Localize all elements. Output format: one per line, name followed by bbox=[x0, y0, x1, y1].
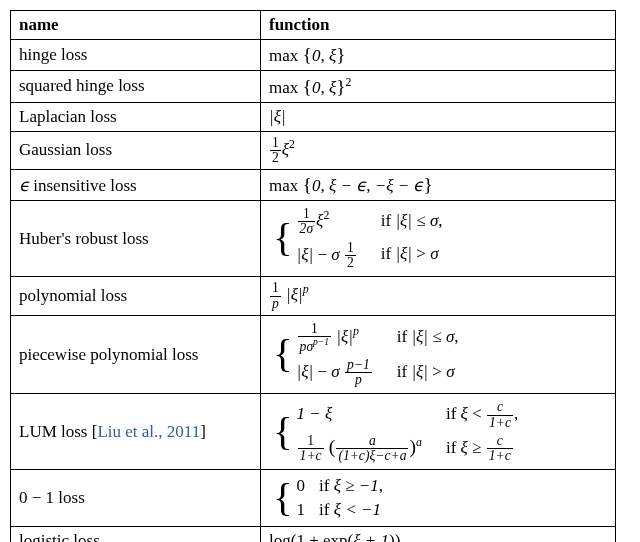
if: if bbox=[319, 476, 329, 495]
log: log bbox=[269, 531, 291, 542]
if: if bbox=[397, 362, 407, 381]
table-row: LUM loss [Liu et al., 2011] { 1 − ξ if ξ… bbox=[11, 394, 616, 470]
case-cond: if |ξ| > σ bbox=[379, 356, 465, 390]
case-cond: if |ξ| > σ bbox=[363, 239, 449, 273]
sigma: σ bbox=[446, 362, 454, 381]
brace-icon: { bbox=[273, 205, 297, 272]
table-row: Laplacian loss |ξ| bbox=[11, 102, 616, 131]
fn-text: max bbox=[269, 78, 298, 97]
one-plus: 1 + bbox=[296, 531, 323, 542]
if: if bbox=[381, 211, 391, 230]
case-cond: if ξ ≥ c1+c bbox=[428, 432, 524, 466]
abs-xi: |ξ| bbox=[411, 327, 428, 346]
abs-xi: |ξ| bbox=[395, 244, 412, 263]
frac-num: 1 bbox=[270, 281, 281, 296]
loss-function: log(1 + exp(ξ + 1)) bbox=[261, 527, 616, 542]
table-row: piecewise polynomial loss { 1 pσp−1 |ξ bbox=[11, 315, 616, 394]
table-header-row: name function bbox=[11, 11, 616, 40]
frac: 1 1+c bbox=[298, 434, 324, 464]
frac-num: a bbox=[336, 434, 408, 449]
xi: ξ bbox=[282, 139, 289, 158]
case-expr: 0 bbox=[297, 474, 312, 498]
brace-icon: { bbox=[273, 398, 297, 465]
frac-num: 1 bbox=[298, 322, 331, 337]
loss-functions-table: name function hinge loss max {0, ξ} squa… bbox=[10, 10, 616, 542]
fn-arg1: 0, bbox=[312, 176, 329, 195]
rbrace: } bbox=[336, 76, 345, 97]
abs-xi: |ξ| bbox=[395, 211, 412, 230]
abs-xi: |ξ| bbox=[297, 362, 314, 381]
brace-icon: { bbox=[273, 474, 297, 522]
frac-num: c bbox=[487, 434, 513, 449]
loss-name: polynomial loss bbox=[11, 277, 261, 316]
frac: p−1 p bbox=[345, 358, 372, 388]
cases-block: { 1 − ξ if ξ < c1+c, bbox=[273, 398, 524, 465]
xi: ξ bbox=[461, 438, 468, 457]
fn-arg3: −ξ − ϵ bbox=[375, 176, 424, 195]
table-row: Gaussian loss 1 2 ξ2 bbox=[11, 131, 616, 170]
frac-num: 1 bbox=[298, 207, 316, 222]
table-row: Huber's robust loss { 1 2σ ξ2 bbox=[11, 201, 616, 277]
fn-text: max bbox=[269, 46, 298, 65]
fn-arg: 0, ξ bbox=[312, 46, 336, 65]
if: if bbox=[397, 327, 407, 346]
frac-half: 1 2 bbox=[345, 241, 356, 271]
frac: 1 p bbox=[270, 281, 281, 311]
exp-a: a bbox=[416, 435, 422, 449]
exp: exp bbox=[323, 531, 348, 542]
abs-xi: |ξ| bbox=[297, 244, 314, 263]
rbrace: } bbox=[423, 174, 432, 195]
loss-name: Huber's robust loss bbox=[11, 201, 261, 277]
sigma: σ bbox=[430, 211, 438, 230]
table-row: polynomial loss 1 p |ξ|p bbox=[11, 277, 616, 316]
table-row: squared hinge loss max {0, ξ}2 bbox=[11, 71, 616, 103]
case-expr: 1 bbox=[297, 498, 312, 522]
case-expr: |ξ| − σ 1 2 bbox=[297, 239, 363, 273]
col-function-header: function bbox=[261, 11, 616, 40]
lt: < bbox=[468, 404, 486, 423]
name-post: ] bbox=[200, 422, 206, 441]
abs-xi: |ξ| bbox=[411, 362, 428, 381]
sigma: σ bbox=[430, 244, 438, 263]
frac: a(1+c)ξ−c+a bbox=[336, 434, 408, 464]
case-cond: if |ξ| ≤ σ, bbox=[363, 205, 449, 239]
frac: c1+c bbox=[487, 400, 513, 430]
exp-p: p bbox=[303, 282, 309, 296]
loss-name: piecewise polynomial loss bbox=[11, 315, 261, 394]
cases-block: { 0 if ξ ≥ −1, 1 if ξ < bbox=[273, 474, 389, 522]
rbrace: } bbox=[336, 44, 345, 65]
rparen: ) bbox=[395, 531, 401, 542]
case-expr: 1 pσp−1 |ξ|p bbox=[297, 320, 379, 356]
table-row: ϵ insensitive loss max {0, ξ − ϵ, −ξ − ϵ… bbox=[11, 170, 616, 201]
frac-den: 1+c bbox=[487, 416, 513, 430]
frac-num: 1 bbox=[270, 136, 281, 151]
frac-den: 2σ bbox=[298, 222, 316, 236]
frac-den: 1+c bbox=[298, 449, 324, 463]
citation-link[interactable]: Liu et al., 2011 bbox=[97, 422, 200, 441]
ge: ≥ bbox=[468, 438, 486, 457]
abs-xi: |ξ| bbox=[269, 107, 286, 126]
fn-text: max bbox=[269, 176, 298, 195]
xi: ξ bbox=[461, 404, 468, 423]
frac-num: c bbox=[487, 400, 513, 415]
case-expr: 1 2σ ξ2 bbox=[297, 205, 363, 239]
if: if bbox=[381, 244, 391, 263]
loss-function: 1 2 ξ2 bbox=[261, 131, 616, 170]
fn-arg2: ξ − ϵ bbox=[329, 176, 366, 195]
den-pre: pσ bbox=[300, 339, 314, 354]
frac-num: 1 bbox=[298, 434, 324, 449]
sigma: σ bbox=[331, 244, 339, 263]
le: ≤ bbox=[412, 211, 430, 230]
loss-name: Gaussian loss bbox=[11, 131, 261, 170]
lbrace: { bbox=[303, 44, 312, 65]
case-cond: if |ξ| ≤ σ, bbox=[379, 320, 465, 356]
frac-den: 2 bbox=[345, 256, 356, 270]
case-expr: 1 − ξ bbox=[297, 398, 428, 432]
col-name-header: name bbox=[11, 11, 261, 40]
loss-function: max {0, ξ} bbox=[261, 40, 616, 71]
lbrace: { bbox=[303, 174, 312, 195]
cond: ξ ≥ −1, bbox=[334, 476, 383, 495]
gt: > bbox=[428, 362, 446, 381]
name-text: insensitive loss bbox=[29, 176, 137, 195]
loss-function: { 1 − ξ if ξ < c1+c, bbox=[261, 394, 616, 470]
